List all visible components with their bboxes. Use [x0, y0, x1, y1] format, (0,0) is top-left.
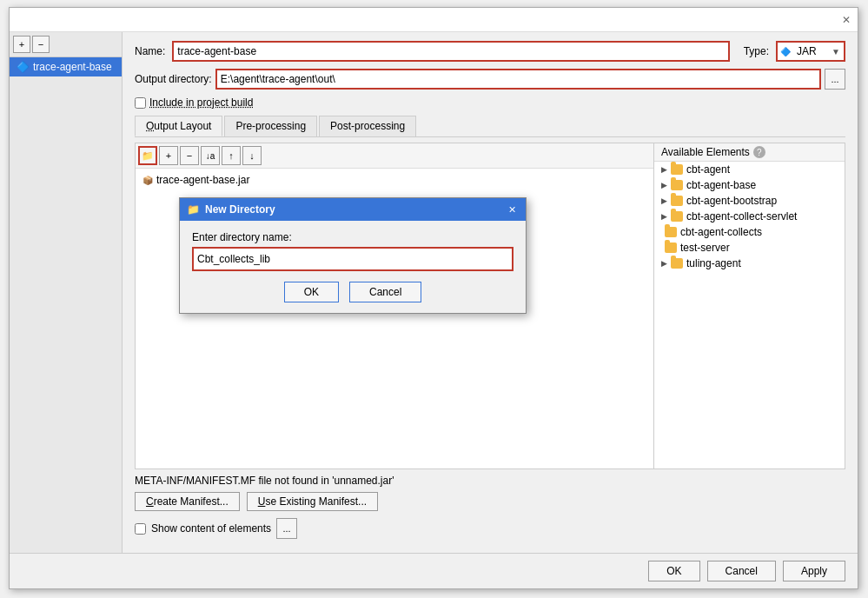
new-dir-dialog: 📁 New Directory ✕ Enter directory name: … [179, 197, 527, 314]
new-dir-title-icon: 📁 [187, 203, 200, 216]
new-dir-field-label: Enter directory name: [192, 231, 514, 243]
modal-overlay: 📁 New Directory ✕ Enter directory name: … [10, 8, 858, 588]
new-dir-title-bar: 📁 New Directory ✕ [180, 198, 526, 221]
main-dialog: ✕ + − 🔷 trace-agent-base Name: [9, 7, 858, 589]
new-dir-dialog-buttons: OK Cancel [192, 282, 514, 302]
new-dir-title: 📁 New Directory [187, 203, 275, 216]
new-dir-close-button[interactable]: ✕ [505, 203, 519, 216]
new-dir-title-label: New Directory [205, 203, 275, 216]
dialog-outer: ✕ + − 🔷 trace-agent-base Name: [0, 0, 868, 598]
new-dir-input[interactable] [194, 249, 512, 269]
new-dir-body: Enter directory name: OK Cancel [180, 221, 526, 313]
new-dir-cancel-button[interactable]: Cancel [349, 282, 421, 302]
new-dir-ok-button[interactable]: OK [284, 282, 339, 302]
new-dir-input-wrapper [192, 247, 514, 271]
